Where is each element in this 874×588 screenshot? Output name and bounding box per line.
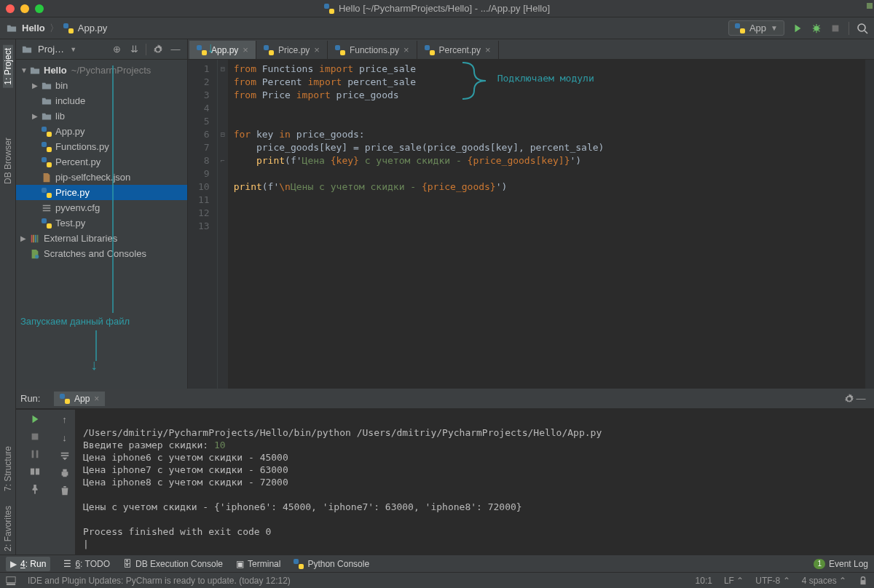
tree-external-libraries[interactable]: ▶External Libraries [16,231,187,246]
window-title: Hello [~/PycharmProjects/Hello] - .../Ap… [324,3,550,14]
bottom-tab-db[interactable]: 🗄DB Execution Console [123,559,223,569]
svg-rect-5 [35,234,36,242]
bottom-tab-terminal[interactable]: ▣Terminal [236,559,280,569]
tree-scratches[interactable]: Scratches and Consoles [16,246,187,261]
close-icon[interactable]: × [314,44,320,55]
tree-folder-lib[interactable]: ▶lib [16,108,187,124]
badge-count-icon: 1 [814,559,825,569]
lock-icon[interactable] [858,576,868,586]
status-icon[interactable] [6,576,16,586]
tree-file-price[interactable]: Price.py [16,185,187,200]
gutter: 12345678910111213 [188,60,218,389]
breadcrumb-separator: 〉 [50,22,59,35]
hide-icon[interactable]: — [170,44,181,55]
up-icon[interactable]: ↑ [62,414,67,425]
annotation-brace-icon [461,61,490,100]
tree-folder-include[interactable]: include [16,93,187,108]
run-panel-header: Run: App × — [16,389,874,409]
close-icon[interactable]: × [243,44,248,55]
pin-icon[interactable] [30,484,40,494]
fold-column[interactable]: ⊟⊟⌐ [218,60,228,389]
search-icon[interactable] [857,23,868,34]
run-tab-app[interactable]: App × [54,392,105,406]
status-indent[interactable]: 4 spaces ⌃ [802,576,846,586]
target-icon[interactable]: ⊕ [111,44,122,55]
rail-project[interactable]: 1: Project [3,45,13,88]
run-output[interactable]: /Users/dmitriy/PycharmProjects/Hello/bin… [76,410,874,555]
tree-file-percent[interactable]: Percent.py [16,154,187,170]
svg-rect-6 [37,234,39,242]
project-panel-title: Proj… [38,44,64,55]
bottom-tool-tabs: ▶4: Run ☰6: TODO 🗄DB Execution Console ▣… [0,555,874,572]
svg-rect-11 [31,469,34,475]
bottom-tab-todo[interactable]: ☰6: TODO [63,559,110,569]
svg-rect-12 [36,469,39,475]
scroll-to-end-icon[interactable] [60,450,70,461]
svg-rect-8 [32,434,39,440]
stop-icon[interactable] [30,432,40,442]
folder-icon [22,44,32,55]
annotation-arrow-icon: ↓ [207,39,214,56]
trash-icon[interactable] [60,485,70,496]
tree-file-app[interactable]: App.py [16,124,187,139]
python-icon [60,394,70,404]
rail-db-browser[interactable]: DB Browser [3,135,13,187]
status-caret-pos[interactable]: 10:1 [696,576,712,586]
breadcrumb-root[interactable]: Hello [22,23,45,33]
tree-file-pipselfcheck[interactable]: pip-selfcheck.json [16,170,187,185]
chevron-down-icon[interactable]: ▼ [70,46,76,53]
print-icon[interactable] [60,468,70,478]
down-icon[interactable]: ↓ [62,432,67,443]
status-encoding[interactable]: UTF-8 ⌃ [755,576,790,586]
python-icon [735,23,745,33]
python-icon [324,4,334,14]
stop-icon[interactable] [830,23,841,34]
rail-structure[interactable]: 7: Structure [3,443,13,494]
close-icon[interactable]: × [94,394,99,404]
run-icon[interactable] [792,23,803,34]
close-icon[interactable]: × [485,44,491,55]
run-panel-title: Run: [20,393,54,404]
tree-file-pyvenv[interactable]: pyvenv.cfg [16,200,187,215]
run-actions-secondary: ↑ ↓ [54,410,76,555]
breadcrumb-file[interactable]: App.py [78,23,107,33]
hide-icon[interactable]: — [855,393,867,405]
tree-root[interactable]: ▼ Hello ~/PycharmProjects [16,63,187,78]
pause-icon[interactable] [30,449,40,459]
rail-favorites[interactable]: 2: Favorites [3,503,13,555]
tree-folder-bin[interactable]: ▶bin [16,78,187,93]
svg-rect-4 [33,234,34,242]
run-config-dropdown[interactable]: App ▼ [728,20,784,36]
python-icon [425,45,435,55]
gear-icon[interactable] [152,44,164,55]
status-line-sep[interactable]: LF ⌃ [724,576,744,586]
status-message[interactable]: IDE and Plugin Updates: PyCharm is ready… [28,576,291,586]
annotation-modules: Подключаем модули [497,73,594,84]
code-editor[interactable]: 12345678910111213 ⊟⊟⌐ from Functions imp… [188,60,874,389]
window-minimize-icon[interactable] [20,4,29,13]
tree-file-test[interactable]: Test.py [16,215,187,231]
tab-price[interactable]: Price.py× [256,41,328,59]
bottom-tab-event-log[interactable]: 1Event Log [814,559,868,569]
tab-percent[interactable]: Percent.py× [417,41,499,59]
tree-file-functions[interactable]: Functions.py [16,139,187,154]
bottom-tab-python-console[interactable]: Python Console [294,559,369,569]
rerun-icon[interactable] [30,414,40,424]
bottom-tab-run[interactable]: ▶4: Run [6,557,50,571]
tab-app[interactable]: App.py× [189,41,256,59]
close-icon[interactable]: × [403,44,409,55]
code-area[interactable]: from Functions import price_sale from Pe… [228,60,865,389]
svg-rect-16 [7,583,15,585]
window-close-icon[interactable] [6,4,15,13]
tab-functions[interactable]: Functions.py× [328,41,417,59]
python-icon [335,45,345,55]
layout-icon[interactable] [30,466,40,477]
status-bar: IDE and Plugin Updates: PyCharm is ready… [0,572,874,588]
gear-icon[interactable] [843,393,855,405]
project-tree[interactable]: ▼ Hello ~/PycharmProjects ▶bin include ▶… [16,60,187,264]
collapse-icon[interactable]: ⇊ [128,44,140,55]
debug-icon[interactable] [811,23,822,34]
svg-rect-17 [7,576,15,582]
window-maximize-icon[interactable] [35,4,44,13]
project-panel-header: Proj… ▼ ⊕ ⇊ — [16,39,187,60]
